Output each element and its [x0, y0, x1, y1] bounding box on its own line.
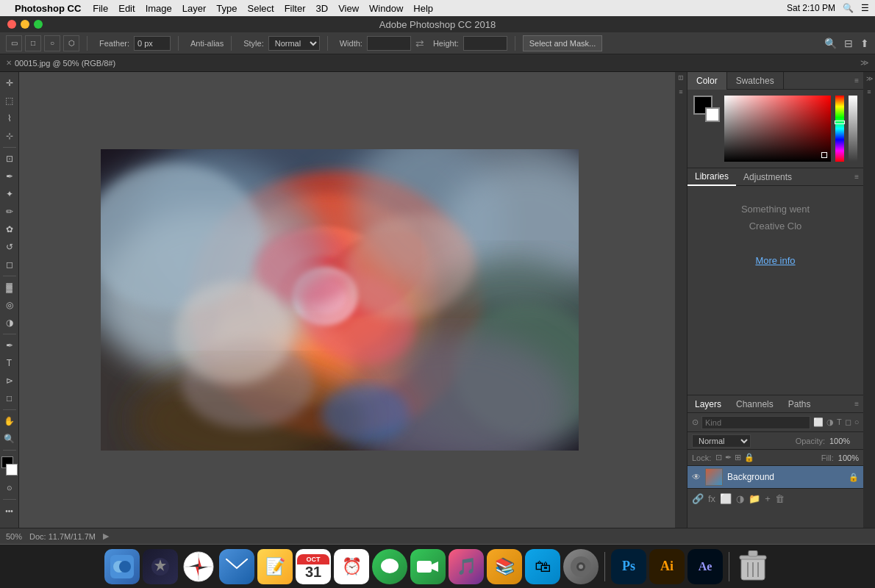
blend-mode-select[interactable]: Normal Multiply Screen	[692, 434, 751, 448]
delete-layer-icon[interactable]: 🗑	[775, 493, 785, 504]
menu-file[interactable]: File	[93, 3, 108, 14]
add-style-icon[interactable]: fx	[708, 493, 715, 504]
panel-icon2[interactable]: ≡	[867, 88, 871, 96]
dock-calendar[interactable]: OCT 31	[296, 549, 331, 584]
move-tool[interactable]: ✛	[1, 75, 18, 91]
dock-trash[interactable]	[735, 549, 771, 584]
menu-type[interactable]: Type	[216, 3, 237, 14]
background-well[interactable]	[705, 107, 720, 122]
lasso-tool[interactable]: ⌇	[1, 110, 18, 126]
history-tool[interactable]: ↺	[1, 239, 18, 255]
dock-itunes[interactable]: 🎵	[449, 549, 484, 584]
dock-facetime[interactable]	[410, 549, 446, 584]
dock-notes[interactable]: 📝	[257, 549, 293, 584]
tab-swatches[interactable]: Swatches	[727, 72, 784, 90]
group-layers-icon[interactable]: 📁	[749, 493, 760, 504]
clone-tool[interactable]: ✿	[1, 221, 18, 237]
filter-toggle[interactable]: ○	[854, 417, 860, 427]
lock-all-icon[interactable]: 🔒	[744, 453, 754, 462]
dock-mail[interactable]	[219, 549, 254, 584]
dock-ae[interactable]: Ae	[688, 549, 723, 584]
tab-adjustments[interactable]: Adjustments	[736, 168, 799, 186]
tab-expand-icon[interactable]: ≫	[860, 58, 869, 68]
menu-layer[interactable]: Layer	[182, 3, 207, 14]
pen-tool[interactable]: ✒	[1, 337, 18, 354]
dock-appstore[interactable]: 🛍	[525, 549, 560, 584]
path-select-tool[interactable]: ⊳	[1, 373, 18, 389]
dock-photoshop[interactable]: Ps	[611, 549, 646, 584]
canvas-area[interactable]: ⊟ ≡	[19, 72, 687, 528]
add-mask-icon[interactable]: ⬜	[720, 493, 732, 504]
lock-artboard-icon[interactable]: ⊞	[735, 453, 741, 462]
lib-panel-options[interactable]: ≡	[854, 173, 863, 181]
layer-background[interactable]: 👁 Background 🔒	[688, 466, 863, 488]
menu-3d[interactable]: 3D	[316, 3, 329, 14]
tab-channels[interactable]: Channels	[729, 395, 781, 413]
maximize-button[interactable]	[34, 20, 43, 29]
tab-color[interactable]: Color	[688, 72, 727, 90]
filter-pixel-icon[interactable]: ⬜	[813, 417, 824, 427]
menu-help[interactable]: Help	[413, 3, 433, 14]
tab-layers[interactable]: Layers	[688, 395, 729, 413]
select-tool[interactable]: ⬚	[1, 93, 18, 109]
style-select[interactable]: Normal Fixed Ratio Fixed Size	[268, 36, 320, 51]
zoom-tool[interactable]: 🔍	[1, 431, 18, 447]
dock-illustrator[interactable]: Ai	[649, 549, 685, 584]
menu-view[interactable]: View	[338, 3, 359, 14]
notification-icon[interactable]: ☰	[861, 3, 869, 13]
lock-pixels-icon[interactable]: ⊡	[715, 453, 722, 462]
dock-reminders[interactable]: ⏰	[334, 549, 369, 584]
filter-adj-icon[interactable]: ◑	[826, 417, 834, 427]
filter-type-icon[interactable]: T	[837, 417, 842, 427]
brush-tool[interactable]: ✏	[1, 204, 18, 220]
menu-select[interactable]: Select	[247, 3, 274, 14]
layers-filter-input[interactable]	[701, 416, 810, 429]
blur-tool[interactable]: ◎	[1, 297, 18, 313]
dock-ibooks[interactable]: 📚	[487, 549, 522, 584]
selection-circle-btn[interactable]: ○	[44, 35, 60, 51]
view-toolbar-icon[interactable]: ⊟	[844, 37, 853, 49]
share-toolbar-icon[interactable]: ⬆	[860, 37, 869, 49]
status-more-icon[interactable]: ▶	[103, 531, 109, 541]
menu-window[interactable]: Window	[369, 3, 403, 14]
eyedropper-tool[interactable]: ✒	[1, 168, 18, 184]
color-gradient-picker[interactable]	[724, 96, 831, 162]
dodge-tool[interactable]: ◑	[1, 315, 18, 331]
dock-launchpad[interactable]	[143, 549, 178, 584]
layers-panel-options[interactable]: ≡	[854, 400, 863, 408]
hue-slider[interactable]	[835, 96, 844, 162]
tab-close-icon[interactable]: ✕	[6, 59, 12, 67]
alpha-slider[interactable]	[849, 96, 857, 162]
filter-smart-icon[interactable]: ◻	[845, 417, 851, 427]
canvas-strip-icon1[interactable]: ⊟	[677, 75, 685, 81]
hand-tool[interactable]: ✋	[1, 413, 18, 429]
more-tools-btn[interactable]: •••	[1, 503, 18, 519]
panel-collapse-icon[interactable]: ≫	[866, 75, 873, 82]
new-layer-icon[interactable]: +	[765, 493, 771, 504]
dock-messages[interactable]	[372, 549, 407, 584]
eraser-tool[interactable]: ◻	[1, 257, 18, 273]
tab-paths[interactable]: Paths	[781, 395, 818, 413]
layer-visibility-icon[interactable]: 👁	[692, 472, 701, 482]
dock-finder[interactable]	[104, 549, 140, 584]
dock-sysprefs[interactable]	[563, 549, 599, 584]
background-color[interactable]	[6, 464, 18, 476]
color-panel-options[interactable]: ≡	[854, 76, 863, 85]
canvas-strip-icon2[interactable]: ≡	[679, 88, 682, 96]
lock-position-icon[interactable]: ✒	[725, 453, 732, 462]
swap-icon[interactable]: ⇄	[415, 37, 424, 49]
gradient-tool[interactable]: ▓	[1, 279, 18, 295]
adjustment-layer-icon[interactable]: ◑	[736, 493, 744, 504]
selection-square-btn[interactable]: □	[25, 35, 41, 51]
selection-rect-btn[interactable]: ▭	[6, 35, 22, 51]
search-toolbar-icon[interactable]: 🔍	[824, 37, 837, 49]
search-icon[interactable]: 🔍	[843, 3, 854, 13]
menu-filter[interactable]: Filter	[285, 3, 306, 14]
minimize-button[interactable]	[21, 20, 29, 29]
select-mask-button[interactable]: Select and Mask...	[523, 35, 603, 51]
text-tool[interactable]: T	[1, 355, 18, 371]
width-input[interactable]	[367, 36, 411, 51]
feather-input[interactable]	[134, 36, 171, 51]
menu-image[interactable]: Image	[146, 3, 172, 14]
heal-tool[interactable]: ✦	[1, 186, 18, 202]
